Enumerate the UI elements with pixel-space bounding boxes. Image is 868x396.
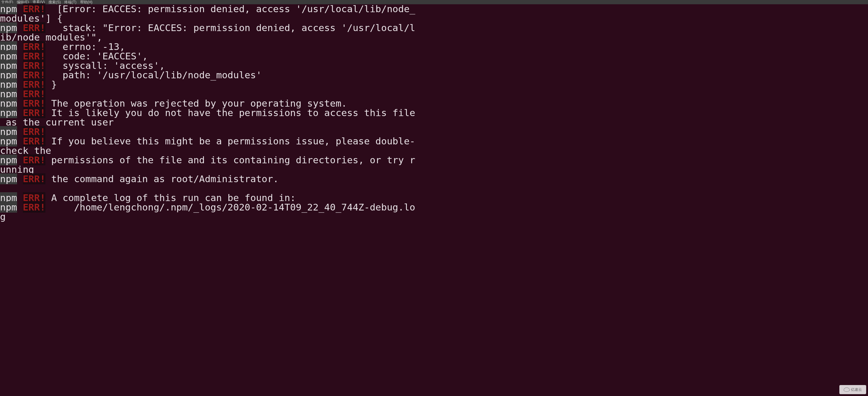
terminal-line: npm ERR! A complete log of this run can … bbox=[0, 193, 868, 203]
terminal-line: npm ERR! path: '/usr/local/lib/node_modu… bbox=[0, 70, 868, 80]
terminal-line: npm ERR! } bbox=[0, 80, 868, 89]
terminal-text: If you believe this might be a permissio… bbox=[45, 136, 415, 146]
watermark-text: 亿速云 bbox=[851, 387, 862, 392]
terminal-text: path: '/usr/local/lib/node_modules' bbox=[45, 69, 261, 80]
npm-prefix: npm bbox=[0, 173, 17, 184]
terminal-line: npm ERR! bbox=[0, 89, 868, 99]
terminal-line: npm ERR! [Error: EACCES: permission deni… bbox=[0, 4, 868, 14]
terminal-line: unning bbox=[0, 165, 868, 174]
terminal-blank-line bbox=[0, 184, 868, 193]
terminal-line: modules'] { bbox=[0, 14, 868, 23]
terminal-text: /home/lengchong/.npm/_logs/2020-02-14T09… bbox=[45, 202, 415, 212]
err-tag: ERR! bbox=[23, 173, 46, 184]
terminal-text: g bbox=[0, 211, 6, 222]
terminal-line: g bbox=[0, 212, 868, 222]
terminal-line: npm ERR! /home/lengchong/.npm/_logs/2020… bbox=[0, 203, 868, 212]
terminal-line: npm ERR! It is likely you do not have th… bbox=[0, 108, 868, 118]
terminal-line: npm ERR! code: 'EACCES', bbox=[0, 52, 868, 61]
terminal-line: as the current user bbox=[0, 118, 868, 127]
terminal-line: npm ERR! permissions of the file and its… bbox=[0, 155, 868, 165]
terminal-line: check the bbox=[0, 146, 868, 155]
terminal-line: npm ERR! The operation was rejected by y… bbox=[0, 99, 868, 108]
terminal-line: npm ERR! stack: "Error: EACCES: permissi… bbox=[0, 23, 868, 33]
terminal-text: the command again as root/Administrator. bbox=[45, 173, 279, 184]
watermark: 亿速云 bbox=[839, 385, 866, 394]
terminal-output[interactable]: npm ERR! [Error: EACCES: permission deni… bbox=[0, 4, 868, 222]
terminal-line: npm ERR! bbox=[0, 127, 868, 136]
terminal-line: ib/node_modules'", bbox=[0, 33, 868, 42]
terminal-text: [Error: EACCES: permission denied, acces… bbox=[45, 3, 415, 14]
terminal-line: npm ERR! errno: -13, bbox=[0, 42, 868, 52]
terminal-line: npm ERR! If you believe this might be a … bbox=[0, 136, 868, 146]
terminal-text: permissions of the file and its containi… bbox=[45, 155, 415, 165]
cloud-icon bbox=[844, 388, 850, 392]
terminal-line: npm ERR! the command again as root/Admin… bbox=[0, 174, 868, 184]
terminal-line: npm ERR! syscall: 'access', bbox=[0, 61, 868, 70]
err-tag: ERR! bbox=[23, 202, 46, 212]
